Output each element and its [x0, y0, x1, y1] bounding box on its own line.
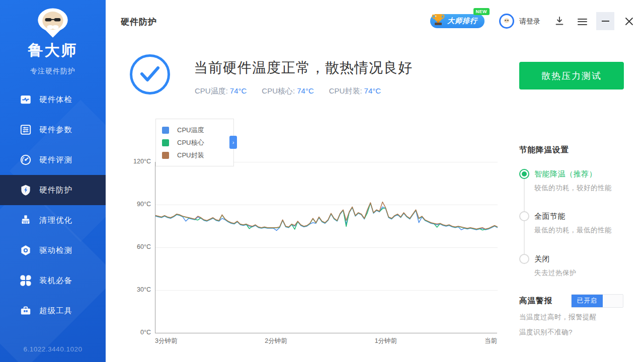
sidebar-item-driver[interactable]: 驱动检测 [0, 235, 106, 265]
sidebar-item-tools[interactable]: 超级工具 [0, 296, 106, 326]
radio-off[interactable] [519, 254, 529, 264]
sidebar-item-label: 硬件参数 [39, 125, 72, 135]
mascot-logo-icon [31, 7, 74, 38]
sidebar-item-label: 驱动检测 [39, 245, 72, 256]
chart-legend: CPU温度 CPU核心 CPU封装 › [155, 119, 234, 166]
cpu-package-metric: CPU封装:74°C [329, 86, 381, 96]
sidebar-item-essentials[interactable]: 装机必备 [0, 265, 106, 296]
option-desc: 较低的功耗，较好的性能 [534, 184, 612, 193]
y-axis-labels: 120°C 90°C 60°C 30°C 0°C [128, 162, 151, 333]
chart-plot-area: CPU温度 CPU核心 CPU封装 › [155, 162, 497, 333]
metric-value: 74°C [297, 86, 314, 95]
legend-item-cpu-core[interactable]: CPU核心 [162, 136, 227, 149]
sidebar-item-label: 装机必备 [39, 276, 72, 286]
legend-label: CPU封装 [177, 151, 204, 160]
radio-smart-cooling[interactable] [519, 169, 529, 179]
cooling-option[interactable]: 全面节能 最低的功耗，最低的性能 [519, 211, 612, 235]
alarm-description: 当温度过高时，报警提醒 [519, 313, 597, 322]
app-version: 6.1022.3440.1020 [0, 345, 106, 353]
cpu-temp-metric: CPU温度:74°C [195, 86, 247, 96]
temperature-chart-svg [155, 162, 498, 333]
login-link[interactable]: 请登录 [519, 17, 540, 26]
sidebar-item-benchmark[interactable]: 硬件评测 [0, 145, 106, 175]
option-label: 关闭 [534, 254, 577, 264]
y-tick: 120°C [128, 158, 151, 165]
app-logo: 鲁大师 专注硬件防护 [0, 0, 106, 76]
x-tick: 当前 [485, 337, 497, 345]
y-tick: 60°C [128, 243, 151, 250]
legend-item-cpu-temp[interactable]: CPU温度 [162, 124, 227, 136]
sidebar-item-label: 硬件防护 [39, 185, 72, 196]
alarm-toggle-on-label: 已开启 [572, 295, 603, 307]
status-ok-icon [130, 54, 170, 95]
master-ranking-button[interactable]: 大师排行 NEW [430, 14, 485, 28]
cpu-package-swatch [162, 152, 169, 159]
y-tick: 30°C [128, 286, 151, 293]
cpu-core-swatch [162, 139, 169, 146]
sidebar-item-cleanup[interactable]: 清理优化 [0, 205, 106, 235]
cpu-core-metric: CPU核心:74°C [262, 86, 313, 96]
close-button[interactable] [620, 12, 638, 30]
speedometer-icon [19, 153, 32, 166]
legend-label: CPU温度 [177, 126, 204, 135]
metric-label: CPU封装: [329, 86, 362, 95]
sidebar-item-checkup[interactable]: 硬件体检 [0, 84, 106, 115]
new-badge: NEW [473, 8, 490, 15]
nut-icon [19, 244, 32, 257]
monitor-pulse-icon [19, 93, 32, 106]
option-label: 智能降温（推荐） [534, 169, 612, 179]
y-tick: 0°C [128, 329, 151, 336]
radio-full-saving[interactable] [519, 211, 529, 221]
x-tick: 1分钟前 [375, 337, 397, 345]
metric-value: 74°C [364, 86, 381, 95]
minimize-button[interactable] [596, 12, 614, 30]
sidebar-item-label: 硬件评测 [39, 155, 72, 165]
app-slogan: 专注硬件防护 [0, 67, 106, 76]
x-tick: 3分钟前 [155, 337, 177, 345]
legend-label: CPU核心 [177, 138, 204, 147]
broom-icon [19, 214, 32, 227]
temperature-accuracy-link[interactable]: 温度识别不准确? [519, 328, 573, 337]
legend-item-cpu-package[interactable]: CPU封装 [162, 149, 227, 161]
temperature-chart: 120°C 90°C 60°C 30°C 0°C CPU温度 [128, 162, 501, 345]
toolbox-icon [19, 304, 32, 317]
option-desc: 最低的功耗，最低的性能 [534, 226, 612, 235]
cooling-option[interactable]: 关闭 失去过热保护 [519, 254, 577, 278]
page-title: 硬件防护 [121, 16, 157, 28]
cooling-option[interactable]: 智能降温（推荐） 较低的功耗，较好的性能 [519, 169, 612, 193]
cooling-settings-title: 节能降温设置 [519, 145, 569, 155]
app-title: 鲁大师 [0, 40, 106, 61]
x-axis-labels: 3分钟前 2分钟前 1分钟前 当前 [155, 337, 497, 345]
sidebar-menu: 硬件体检 硬件参数 [0, 84, 106, 326]
option-label: 全面节能 [534, 211, 612, 221]
master-ranking-label: 大师排行 [447, 17, 477, 26]
sliders-icon [19, 123, 32, 136]
metric-label: CPU核心: [262, 86, 295, 95]
cpu-temp-swatch [162, 127, 169, 134]
cpu-metrics: CPU温度:74°C CPU核心:74°C CPU封装:74°C [195, 86, 381, 96]
hamburger-menu-icon[interactable] [578, 17, 590, 29]
trophy-icon [430, 11, 446, 28]
main-content: 硬件防护 大师排行 NEW 请登录 [106, 0, 644, 362]
sidebar-item-label: 超级工具 [39, 306, 72, 316]
sidebar-item-protection[interactable]: 硬件防护 [0, 175, 106, 205]
download-icon[interactable] [553, 15, 566, 27]
legend-expander-button[interactable]: › [229, 136, 237, 149]
status-headline: 当前硬件温度正常，散热情况良好 [194, 58, 413, 77]
apps-icon [19, 274, 32, 287]
high-temp-alarm-title: 高温警报 [519, 296, 552, 306]
sidebar: 鲁大师 专注硬件防护 硬件体检 [0, 0, 106, 362]
metric-value: 74°C [230, 86, 247, 95]
avatar-mascot-icon [501, 15, 513, 27]
sidebar-item-params[interactable]: 硬件参数 [0, 115, 106, 145]
y-tick: 90°C [128, 201, 151, 208]
option-desc: 失去过热保护 [534, 268, 577, 278]
metric-label: CPU温度: [195, 86, 228, 95]
alarm-toggle[interactable]: 已开启 [571, 294, 623, 308]
stress-test-button[interactable]: 散热压力测试 [519, 62, 624, 89]
sidebar-item-label: 硬件体检 [39, 95, 72, 105]
user-avatar[interactable] [499, 14, 514, 29]
app-window: 鲁大师 专注硬件防护 硬件体检 [0, 0, 644, 362]
close-icon [625, 17, 633, 26]
x-tick: 2分钟前 [265, 337, 287, 345]
